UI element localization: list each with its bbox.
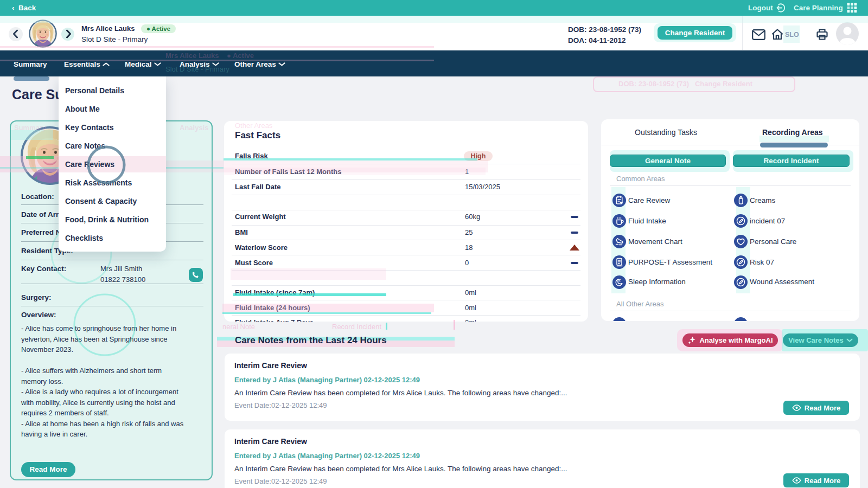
svg-text:z: z xyxy=(619,278,621,282)
